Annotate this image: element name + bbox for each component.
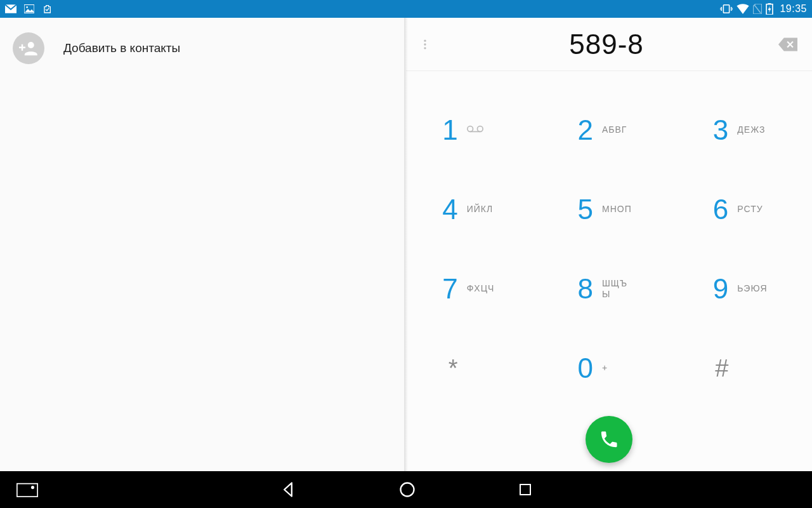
dialer-header: 589-8 bbox=[406, 18, 812, 71]
svg-point-11 bbox=[28, 42, 34, 48]
add-to-contacts-label: Добавить в контакты bbox=[63, 41, 180, 55]
dialpad-key-3[interactable]: 3ДЕЖЗ bbox=[677, 90, 812, 170]
svg-point-19 bbox=[468, 126, 473, 132]
dialpad-key-#[interactable]: # bbox=[677, 328, 812, 408]
nav-recent-button[interactable] bbox=[518, 482, 533, 497]
dialpad-key-2[interactable]: 2АБВГ bbox=[541, 90, 676, 170]
more-options-button[interactable] bbox=[410, 29, 440, 60]
battery-charging-icon bbox=[766, 3, 773, 15]
dialpad-key-*[interactable]: * bbox=[406, 328, 541, 408]
dialer-panel: 589-8 12АБВГ3ДЕЖЗ4ИЙКЛ5МНОП6РСТУ7ФХЦЧ8ШЩ… bbox=[406, 18, 812, 471]
suggestions-panel: Добавить в контакты bbox=[0, 18, 406, 471]
voicemail-icon bbox=[467, 124, 483, 133]
svg-point-14 bbox=[424, 39, 426, 41]
svg-rect-25 bbox=[520, 485, 530, 495]
key-letters: ДЕЖЗ bbox=[737, 124, 765, 135]
add-to-contacts-row[interactable]: Добавить в контакты bbox=[0, 18, 406, 79]
dialpad-key-5[interactable]: 5МНОП bbox=[541, 170, 676, 249]
dialpad-key-0[interactable]: 0+ bbox=[541, 328, 676, 408]
key-digit: 1 bbox=[433, 116, 458, 144]
nav-back-button[interactable] bbox=[279, 481, 297, 498]
status-bar: 19:35 bbox=[0, 0, 812, 18]
screenshot-button[interactable] bbox=[16, 482, 38, 497]
svg-rect-3 bbox=[724, 5, 730, 13]
key-digit: 2 bbox=[568, 116, 593, 144]
wifi-icon bbox=[737, 4, 749, 14]
key-letters: РСТУ bbox=[737, 204, 763, 214]
vibrate-icon bbox=[720, 4, 733, 14]
key-letters: МНОП bbox=[602, 204, 632, 214]
svg-point-24 bbox=[401, 483, 414, 497]
key-letters bbox=[467, 124, 483, 135]
backspace-button[interactable] bbox=[773, 29, 803, 60]
svg-point-2 bbox=[26, 6, 28, 8]
playstore-icon bbox=[42, 4, 52, 14]
key-letters: + bbox=[602, 363, 608, 373]
key-letters: АБВГ bbox=[602, 124, 627, 135]
nav-home-button[interactable] bbox=[398, 481, 416, 498]
dialpad-key-1[interactable]: 1 bbox=[406, 90, 541, 170]
navigation-bar bbox=[0, 471, 812, 508]
svg-point-15 bbox=[424, 43, 426, 45]
no-sim-icon bbox=[753, 4, 762, 14]
svg-point-23 bbox=[31, 486, 34, 489]
svg-point-20 bbox=[477, 126, 483, 132]
key-digit: # bbox=[703, 356, 728, 380]
key-digit: * bbox=[433, 356, 458, 380]
key-digit: 8 bbox=[568, 275, 593, 303]
key-letters: ФХЦЧ bbox=[467, 283, 495, 293]
dialpad: 12АБВГ3ДЕЖЗ4ИЙКЛ5МНОП6РСТУ7ФХЦЧ8ШЩЪЫ9ЬЭЮ… bbox=[406, 71, 812, 408]
dialpad-key-8[interactable]: 8ШЩЪЫ bbox=[541, 249, 676, 328]
status-clock: 19:35 bbox=[780, 3, 807, 15]
key-digit: 3 bbox=[703, 116, 728, 144]
svg-rect-13 bbox=[22, 44, 23, 51]
dialpad-key-7[interactable]: 7ФХЦЧ bbox=[406, 249, 541, 328]
dialpad-key-9[interactable]: 9ЬЭЮЯ bbox=[677, 249, 812, 328]
gmail-icon bbox=[5, 4, 16, 13]
key-letters: ИЙКЛ bbox=[467, 204, 493, 214]
dialed-number-display[interactable]: 589-8 bbox=[569, 29, 644, 60]
key-letters: ЬЭЮЯ bbox=[737, 283, 767, 293]
call-button[interactable] bbox=[586, 416, 632, 463]
svg-line-8 bbox=[754, 4, 761, 13]
svg-rect-10 bbox=[768, 3, 771, 4]
dialpad-key-6[interactable]: 6РСТУ bbox=[677, 170, 812, 249]
key-digit: 0 bbox=[568, 354, 593, 382]
key-letters: ШЩЪЫ bbox=[602, 278, 627, 298]
key-digit: 4 bbox=[433, 196, 458, 224]
svg-rect-22 bbox=[17, 484, 37, 497]
svg-point-16 bbox=[424, 47, 426, 49]
add-contact-icon bbox=[13, 32, 44, 64]
key-digit: 5 bbox=[568, 196, 593, 224]
gallery-icon bbox=[24, 4, 34, 13]
key-digit: 7 bbox=[433, 275, 458, 303]
dialpad-key-4[interactable]: 4ИЙКЛ bbox=[406, 170, 541, 249]
key-digit: 6 bbox=[703, 196, 728, 224]
key-digit: 9 bbox=[703, 275, 728, 303]
